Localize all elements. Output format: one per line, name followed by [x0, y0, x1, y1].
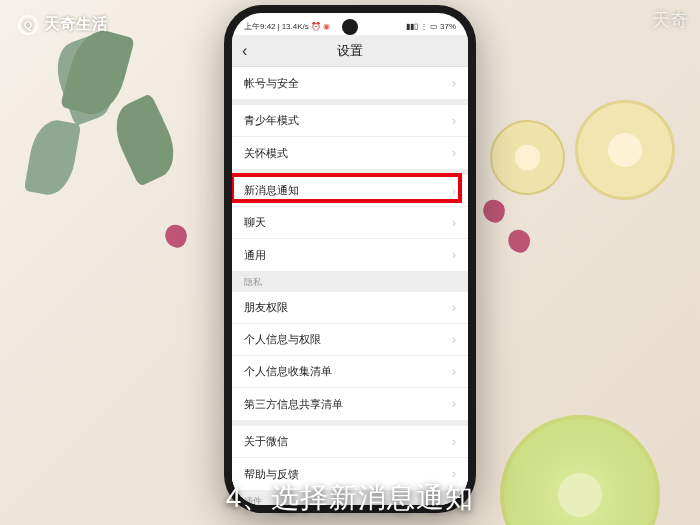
chevron-right-icon: ›: [452, 184, 456, 198]
settings-row[interactable]: 个人信息收集清单›: [232, 356, 468, 388]
section-header: 隐私: [232, 271, 468, 292]
chevron-right-icon: ›: [452, 301, 456, 315]
settings-row[interactable]: 青少年模式›: [232, 105, 468, 137]
back-button[interactable]: ‹: [242, 42, 247, 60]
decor-lime-slice: [500, 415, 660, 525]
phone-camera-dot: [342, 19, 358, 35]
chevron-right-icon: ›: [452, 435, 456, 449]
chevron-right-icon: ›: [452, 365, 456, 379]
watermark-logo: Q 天奇生活: [18, 14, 108, 35]
battery-pct: 37%: [440, 22, 456, 31]
wifi-icon: ⋮: [420, 22, 428, 31]
chevron-right-icon: ›: [452, 248, 456, 262]
chevron-right-icon: ›: [452, 216, 456, 230]
settings-row[interactable]: 聊天›: [232, 207, 468, 239]
settings-list[interactable]: 帐号与安全›青少年模式›关怀模式›新消息通知›聊天›通用›隐私朋友权限›个人信息…: [232, 67, 468, 505]
row-label: 青少年模式: [244, 113, 299, 128]
row-label: 帐号与安全: [244, 76, 299, 91]
chevron-right-icon: ›: [452, 146, 456, 160]
chevron-right-icon: ›: [452, 333, 456, 347]
status-speed: 13.4K/s: [282, 22, 309, 31]
phone-frame: 上午9:42 | 13.4K/s ⏰ ◉ ▮▮▯ ⋮ ▭ 37% ‹ 设置 帐号…: [224, 5, 476, 513]
settings-row[interactable]: 关于微信›: [232, 426, 468, 458]
page-title: 设置: [337, 42, 363, 60]
settings-row[interactable]: 新消息通知›: [232, 175, 468, 207]
instruction-caption: 4、选择新消息通知: [226, 479, 475, 517]
phone-screen: 上午9:42 | 13.4K/s ⏰ ◉ ▮▮▯ ⋮ ▭ 37% ‹ 设置 帐号…: [232, 13, 468, 505]
decor-leaves-bottom-left: [0, 260, 200, 520]
settings-row[interactable]: 关怀模式›: [232, 137, 468, 169]
row-label: 聊天: [244, 215, 266, 230]
decor-orange-slice-small: [490, 120, 565, 195]
alarm-icon: ⏰: [311, 22, 321, 31]
row-label: 关于微信: [244, 434, 288, 449]
settings-row[interactable]: 第三方信息共享清单›: [232, 388, 468, 420]
decor-orange-slice: [575, 100, 675, 200]
settings-row[interactable]: 个人信息与权限›: [232, 324, 468, 356]
chevron-right-icon: ›: [452, 397, 456, 411]
signal-icon: ▮▮▯: [406, 22, 418, 31]
logo-icon: Q: [18, 15, 38, 35]
row-label: 第三方信息共享清单: [244, 397, 343, 412]
battery-icon: ▭: [430, 22, 438, 31]
rec-icon: ◉: [323, 22, 330, 31]
row-label: 通用: [244, 248, 266, 263]
chevron-right-icon: ›: [452, 76, 456, 90]
chevron-right-icon: ›: [452, 114, 456, 128]
status-time: 上午9:42: [244, 21, 276, 32]
logo-text: 天奇生活: [44, 14, 108, 35]
row-label: 关怀模式: [244, 146, 288, 161]
settings-row[interactable]: 朋友权限›: [232, 292, 468, 324]
row-label: 新消息通知: [244, 183, 299, 198]
settings-row[interactable]: 通用›: [232, 239, 468, 271]
nav-bar: ‹ 设置: [232, 35, 468, 67]
decor-candy: [505, 227, 533, 255]
watermark-top-right: 天奇: [652, 8, 688, 32]
settings-row[interactable]: 帐号与安全›: [232, 67, 468, 99]
row-label: 个人信息收集清单: [244, 364, 332, 379]
row-label: 朋友权限: [244, 300, 288, 315]
decor-candy: [480, 197, 508, 225]
row-label: 个人信息与权限: [244, 332, 321, 347]
